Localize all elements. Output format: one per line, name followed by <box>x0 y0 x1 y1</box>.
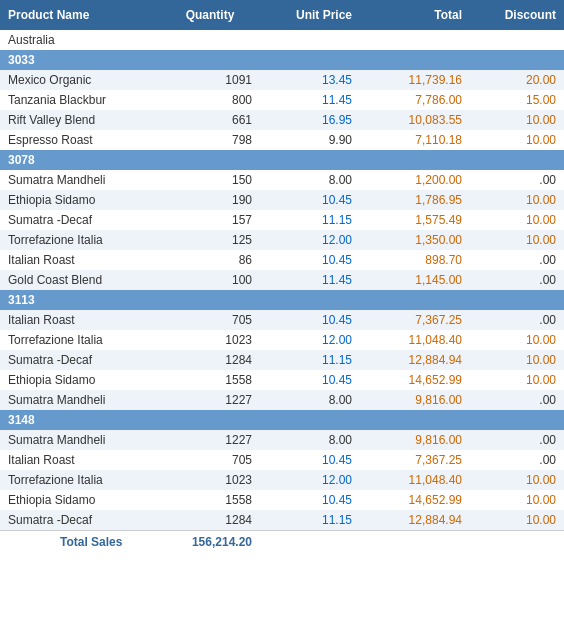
total: 12,884.94 <box>360 510 470 530</box>
unit-price: 10.45 <box>260 450 360 470</box>
header-quantity: Quantity <box>160 4 260 26</box>
group-header: 3033 <box>0 50 564 70</box>
unit-price: 11.15 <box>260 350 360 370</box>
table-row: Sumatra -Decaf 1284 11.15 12,884.94 10.0… <box>0 350 564 370</box>
table-row: Ethiopia Sidamo 1558 10.45 14,652.99 10.… <box>0 370 564 390</box>
unit-price: 13.45 <box>260 70 360 90</box>
sales-table: Product Name Quantity Unit Price Total D… <box>0 0 564 553</box>
product-name: Espresso Roast <box>0 130 160 150</box>
unit-price: 8.00 <box>260 390 360 410</box>
discount: 10.00 <box>470 470 564 490</box>
total: 9,816.00 <box>360 390 470 410</box>
product-name: Ethiopia Sidamo <box>0 190 160 210</box>
total: 1,145.00 <box>360 270 470 290</box>
unit-price: 11.45 <box>260 90 360 110</box>
table-row: Italian Roast 705 10.45 7,367.25 .00 <box>0 450 564 470</box>
total: 1,786.95 <box>360 190 470 210</box>
discount: 10.00 <box>470 350 564 370</box>
unit-price: 8.00 <box>260 170 360 190</box>
table-row: Italian Roast 705 10.45 7,367.25 .00 <box>0 310 564 330</box>
discount: 10.00 <box>470 330 564 350</box>
quantity: 86 <box>160 250 260 270</box>
group-header: 3148 <box>0 410 564 430</box>
quantity: 1227 <box>160 430 260 450</box>
table-header: Product Name Quantity Unit Price Total D… <box>0 0 564 30</box>
quantity: 157 <box>160 210 260 230</box>
total: 11,048.40 <box>360 330 470 350</box>
discount: 10.00 <box>470 510 564 530</box>
discount: .00 <box>470 430 564 450</box>
total: 7,110.18 <box>360 130 470 150</box>
unit-price: 11.45 <box>260 270 360 290</box>
discount: 10.00 <box>470 190 564 210</box>
product-name: Italian Roast <box>0 250 160 270</box>
total: 1,200.00 <box>360 170 470 190</box>
discount: .00 <box>470 250 564 270</box>
discount: .00 <box>470 390 564 410</box>
discount: 10.00 <box>470 370 564 390</box>
product-name: Ethiopia Sidamo <box>0 370 160 390</box>
table-row: Mexico Organic 1091 13.45 11,739.16 20.0… <box>0 70 564 90</box>
total-label: Total Sales <box>0 531 160 553</box>
quantity: 125 <box>160 230 260 250</box>
table-row: Ethiopia Sidamo 190 10.45 1,786.95 10.00 <box>0 190 564 210</box>
group-id-label: 3033 <box>0 50 564 70</box>
product-name: Sumatra -Decaf <box>0 210 160 230</box>
unit-price: 9.90 <box>260 130 360 150</box>
discount: .00 <box>470 450 564 470</box>
total: 898.70 <box>360 250 470 270</box>
table-row: Sumatra Mandheli 150 8.00 1,200.00 .00 <box>0 170 564 190</box>
discount: 10.00 <box>470 490 564 510</box>
unit-price: 10.45 <box>260 250 360 270</box>
quantity: 661 <box>160 110 260 130</box>
group-id-label: 3078 <box>0 150 564 170</box>
total: 1,575.49 <box>360 210 470 230</box>
product-name: Sumatra -Decaf <box>0 510 160 530</box>
quantity: 1023 <box>160 330 260 350</box>
product-name: Ethiopia Sidamo <box>0 490 160 510</box>
unit-price: 8.00 <box>260 430 360 450</box>
table-row: Sumatra -Decaf 157 11.15 1,575.49 10.00 <box>0 210 564 230</box>
discount: 10.00 <box>470 210 564 230</box>
total: 9,816.00 <box>360 430 470 450</box>
table-row: Rift Valley Blend 661 16.95 10,083.55 10… <box>0 110 564 130</box>
table-row: Torrefazione Italia 1023 12.00 11,048.40… <box>0 330 564 350</box>
quantity: 705 <box>160 450 260 470</box>
table-row: Sumatra -Decaf 1284 11.15 12,884.94 10.0… <box>0 510 564 530</box>
total: 14,652.99 <box>360 370 470 390</box>
groups-container: 3033 Mexico Organic 1091 13.45 11,739.16… <box>0 50 564 530</box>
table-row: Tanzania Blackbur 800 11.45 7,786.00 15.… <box>0 90 564 110</box>
table-row: Gold Coast Blend 100 11.45 1,145.00 .00 <box>0 270 564 290</box>
quantity: 190 <box>160 190 260 210</box>
discount: .00 <box>470 170 564 190</box>
product-name: Sumatra Mandheli <box>0 170 160 190</box>
unit-price: 16.95 <box>260 110 360 130</box>
discount: .00 <box>470 310 564 330</box>
discount: 10.00 <box>470 230 564 250</box>
unit-price: 10.45 <box>260 370 360 390</box>
country-label: Australia <box>0 30 160 50</box>
total: 14,652.99 <box>360 490 470 510</box>
quantity: 1558 <box>160 370 260 390</box>
unit-price: 10.45 <box>260 190 360 210</box>
total-row: Total Sales 156,214.20 <box>0 530 564 553</box>
product-name: Italian Roast <box>0 450 160 470</box>
product-name: Sumatra -Decaf <box>0 350 160 370</box>
total: 10,083.55 <box>360 110 470 130</box>
quantity: 800 <box>160 90 260 110</box>
quantity: 150 <box>160 170 260 190</box>
table-row: Sumatra Mandheli 1227 8.00 9,816.00 .00 <box>0 430 564 450</box>
total: 7,786.00 <box>360 90 470 110</box>
unit-price: 12.00 <box>260 470 360 490</box>
total: 12,884.94 <box>360 350 470 370</box>
table-row: Torrefazione Italia 125 12.00 1,350.00 1… <box>0 230 564 250</box>
product-name: Sumatra Mandheli <box>0 390 160 410</box>
product-name: Italian Roast <box>0 310 160 330</box>
group-header: 3078 <box>0 150 564 170</box>
unit-price: 10.45 <box>260 490 360 510</box>
product-name: Sumatra Mandheli <box>0 430 160 450</box>
quantity: 798 <box>160 130 260 150</box>
discount: 10.00 <box>470 110 564 130</box>
header-total: Total <box>360 4 470 26</box>
product-name: Gold Coast Blend <box>0 270 160 290</box>
